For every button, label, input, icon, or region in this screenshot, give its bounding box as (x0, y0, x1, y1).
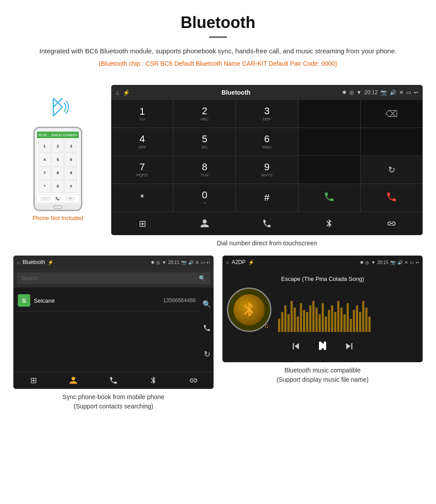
dial-key-hash[interactable]: # (236, 184, 298, 212)
music-eq-bar (315, 308, 318, 332)
pb-title: Bluetooth (23, 259, 45, 265)
dial-refresh-key[interactable]: ↻ (361, 156, 423, 184)
dial-call-button[interactable] (299, 184, 360, 212)
pb-contact-list: S Seicane 13566664466 (13, 288, 200, 372)
music-eq-bar (347, 303, 349, 332)
pb-search-input[interactable]: Search 🔍 (17, 272, 210, 284)
music-eq-bar (284, 305, 287, 332)
pb-avatar: S (18, 294, 30, 307)
camera-icon: 📷 (380, 89, 387, 96)
music-title: A2DP (232, 259, 246, 265)
phonebook-screenshot: ⌂ Bluetooth ⚡ ✱◎▼ 20:11 📷🔊✕▭↩ Search 🔍 (13, 256, 214, 389)
phone-menu-btn: ≡ (65, 196, 75, 201)
dial-key-6[interactable]: 6MNO (236, 128, 298, 156)
pb-call-side-icon[interactable] (203, 324, 211, 334)
pb-search-bar: Search 🔍 (13, 269, 214, 288)
pb-search-side-icon[interactable]: 🔍 (202, 300, 211, 308)
dial-key-7[interactable]: 7PQRS (111, 156, 173, 184)
music-eq-bar (303, 310, 305, 332)
dial-key-9[interactable]: 9WXYZ (236, 156, 298, 184)
phone-key-1[interactable]: 1 (38, 140, 51, 152)
dial-link-icon[interactable] (360, 212, 423, 235)
dial-key-star[interactable]: * (111, 184, 173, 212)
phone-key-6[interactable]: 6 (65, 153, 77, 166)
phone-key-9[interactable]: 9 (65, 167, 77, 180)
pb-phone-icon[interactable] (93, 376, 133, 385)
dial-end-button[interactable] (361, 184, 423, 212)
dial-key-4[interactable]: 4GHI (111, 128, 173, 156)
dial-key-8[interactable]: 8TUV (174, 156, 235, 184)
pb-bt-icon[interactable] (133, 376, 174, 385)
music-main: Escape (The Pina Colada Song) ♫ (222, 269, 423, 362)
phone-mockup: M:33Add to Contacts 1 2 3 4 5 6 7 8 9 * … (33, 127, 82, 211)
dial-contacts-icon[interactable] (174, 212, 236, 235)
music-status-right: ✱◎▼ 20:15 📷🔊✕▭↩ (360, 260, 419, 265)
music-home-icon[interactable]: ⌂ (226, 260, 229, 265)
dial-key-0[interactable]: 0+ (174, 184, 235, 212)
phone-back-btn: ← (40, 196, 50, 201)
phone-screen: M:33Add to Contacts 1 2 3 4 5 6 7 8 9 * … (37, 132, 79, 202)
dial-key-2[interactable]: 2ABC (174, 100, 235, 128)
dial-phone-icon[interactable] (236, 212, 298, 235)
svg-line-1 (53, 107, 62, 116)
music-eq-bar (356, 305, 358, 332)
pb-search-icon: 🔍 (199, 275, 206, 281)
music-eq-bar (343, 314, 346, 332)
pb-refresh-side-icon[interactable]: ↻ (204, 349, 210, 359)
dial-grid: 1⊙⊙ 2ABC 3DEF ⌫ 4GHI 5 (111, 100, 423, 212)
main-content: M:33Add to Contacts 1 2 3 4 5 6 7 8 9 * … (0, 80, 436, 256)
music-eq-bar (287, 314, 290, 332)
music-eq-bar (312, 301, 315, 332)
music-play-button[interactable] (315, 339, 330, 356)
dial-status-right: ✱ ◎ ▼ 20:12 📷 🔊 ✕ ▭ ↩ (342, 89, 418, 96)
pb-link-icon[interactable] (174, 376, 214, 385)
page-title: Bluetooth (27, 13, 409, 32)
back-icon[interactable]: ↩ (414, 89, 418, 96)
phone-key-5[interactable]: 5 (52, 153, 65, 166)
phone-home-button (53, 205, 62, 209)
music-eq-bar (294, 308, 296, 332)
title-divider (209, 36, 227, 38)
dial-caption: Dial number direct from touchscreen (111, 240, 423, 251)
phonebook-screenshot-block: ⌂ Bluetooth ⚡ ✱◎▼ 20:11 📷🔊✕▭↩ Search 🔍 (13, 256, 214, 411)
bluetooth-specs: (Bluetooth chip : CSR BC6 Default Blueto… (27, 60, 409, 67)
dial-key-5[interactable]: 5JKL (174, 128, 235, 156)
music-controls (227, 339, 418, 356)
home-icon[interactable]: ⌂ (116, 89, 119, 96)
dial-key-1[interactable]: 1⊙⊙ (111, 100, 173, 128)
music-eq-bar (319, 314, 321, 332)
pb-sidebar: 🔍 ↻ (200, 288, 214, 372)
phone-bottom-bar: ← 📞 ≡ (37, 194, 79, 202)
music-eq-bar (334, 312, 336, 332)
music-eq-bar (328, 310, 330, 332)
pb-contact-area: S Seicane 13566664466 🔍 ↻ (13, 288, 214, 372)
phone-key-star[interactable]: * (38, 180, 51, 193)
music-eq-bar (325, 316, 327, 332)
pb-status-right: ✱◎▼ 20:11 📷🔊✕▭↩ (151, 260, 210, 265)
pb-contacts-icon[interactable] (53, 376, 93, 385)
pb-contact-row[interactable]: S Seicane 13566664466 (13, 290, 200, 312)
page-description: Integrated with BC6 Bluetooth module, su… (27, 46, 409, 56)
phone-key-2[interactable]: 2 (52, 140, 65, 152)
phone-key-7[interactable]: 7 (38, 167, 51, 180)
music-next-button[interactable] (343, 340, 355, 355)
phone-key-8[interactable]: 8 (52, 167, 65, 180)
svg-rect-5 (324, 342, 326, 350)
dial-key-3[interactable]: 3DEF (236, 100, 298, 128)
pb-contact-name: Seicane (34, 297, 163, 304)
phone-key-hash[interactable]: # (65, 180, 77, 193)
pb-grid-icon[interactable]: ⊞ (13, 376, 53, 385)
dial-screen: ⌂ ⚡ Bluetooth ✱ ◎ ▼ 20:12 📷 🔊 ✕ ▭ ↩ (111, 85, 423, 235)
phone-key-0[interactable]: 0 (52, 180, 65, 193)
phone-key-4[interactable]: 4 (38, 153, 51, 166)
music-eq-bar (297, 316, 299, 332)
music-prev-button[interactable] (290, 340, 302, 355)
pb-home-icon[interactable]: ⌂ (17, 260, 20, 265)
dial-backspace-key[interactable]: ⌫ (361, 100, 423, 128)
dial-bluetooth-icon[interactable] (298, 212, 360, 235)
dial-status-bar: ⌂ ⚡ Bluetooth ✱ ◎ ▼ 20:12 📷 🔊 ✕ ▭ ↩ (111, 85, 423, 100)
close-icon[interactable]: ✕ (399, 89, 404, 96)
pb-status-bar: ⌂ Bluetooth ⚡ ✱◎▼ 20:11 📷🔊✕▭↩ (13, 256, 214, 269)
dial-grid-icon[interactable]: ⊞ (111, 212, 174, 235)
phone-key-3[interactable]: 3 (65, 140, 77, 152)
